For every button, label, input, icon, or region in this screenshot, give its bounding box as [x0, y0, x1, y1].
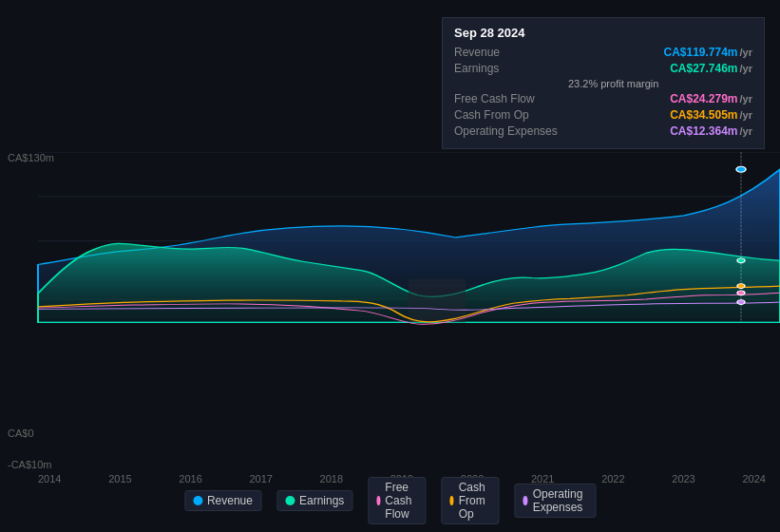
- tooltip-earnings-value: CA$27.746m/yr: [670, 62, 752, 75]
- legend-revenue-label: Revenue: [207, 494, 253, 507]
- x-label-2022: 2022: [601, 473, 624, 484]
- tooltip-fcf-value: CA$24.279m/yr: [670, 92, 752, 105]
- tooltip-cashop-value: CA$34.505m/yr: [670, 108, 752, 122]
- tooltip-opex-value: CA$12.364m/yr: [670, 124, 752, 138]
- tooltip-cashop-row: Cash From Op CA$34.505m/yr: [454, 108, 752, 122]
- tooltip-revenue-row: Revenue CA$119.774m/yr: [454, 46, 752, 59]
- chart-svg: [0, 152, 780, 446]
- legend-opex[interactable]: Operating Expenses: [514, 484, 596, 518]
- tooltip-revenue-label: Revenue: [454, 46, 568, 59]
- svg-point-10: [737, 291, 745, 295]
- tooltip-opex-row: Operating Expenses CA$12.364m/yr: [454, 124, 752, 138]
- x-label-2024: 2024: [742, 473, 765, 484]
- tooltip-revenue-value: CA$119.774m/yr: [663, 46, 752, 59]
- svg-point-11: [737, 284, 745, 289]
- tooltip-fcf-row: Free Cash Flow CA$24.279m/yr: [454, 92, 752, 105]
- tooltip-box: Sep 28 2024 Revenue CA$119.774m/yr Earni…: [442, 17, 765, 149]
- legend-cashop[interactable]: Cash From Op: [441, 477, 499, 524]
- legend-revenue-dot: [193, 496, 202, 505]
- legend-opex-dot: [523, 496, 527, 505]
- svg-point-8: [736, 166, 746, 172]
- x-label-2014: 2014: [38, 473, 61, 484]
- chart-legend: Revenue Earnings Free Cash Flow Cash Fro…: [184, 477, 596, 524]
- tooltip-fcf-label: Free Cash Flow: [454, 92, 568, 105]
- legend-cashop-label: Cash From Op: [459, 481, 491, 521]
- legend-earnings[interactable]: Earnings: [276, 490, 352, 511]
- legend-fcf[interactable]: Free Cash Flow: [368, 477, 426, 524]
- svg-point-9: [737, 258, 745, 263]
- legend-revenue[interactable]: Revenue: [184, 490, 261, 511]
- svg-rect-6: [409, 279, 466, 323]
- legend-earnings-dot: [285, 496, 295, 505]
- tooltip-earnings-label: Earnings: [454, 62, 568, 75]
- svg-point-12: [737, 300, 745, 305]
- tooltip-profit-margin: 23.2% profit margin: [568, 78, 752, 89]
- legend-cashop-dot: [449, 496, 453, 505]
- legend-opex-label: Operating Expenses: [533, 487, 587, 514]
- tooltip-cashop-label: Cash From Op: [454, 108, 568, 122]
- x-label-2015: 2015: [108, 473, 131, 484]
- legend-fcf-label: Free Cash Flow: [385, 481, 417, 521]
- chart-container: Sep 28 2024 Revenue CA$119.774m/yr Earni…: [0, 0, 780, 532]
- x-label-2023: 2023: [672, 473, 694, 484]
- tooltip-opex-label: Operating Expenses: [454, 124, 568, 138]
- legend-fcf-dot: [376, 496, 380, 505]
- tooltip-date: Sep 28 2024: [454, 26, 752, 40]
- tooltip-earnings-row: Earnings CA$27.746m/yr: [454, 62, 752, 75]
- legend-earnings-label: Earnings: [299, 494, 344, 507]
